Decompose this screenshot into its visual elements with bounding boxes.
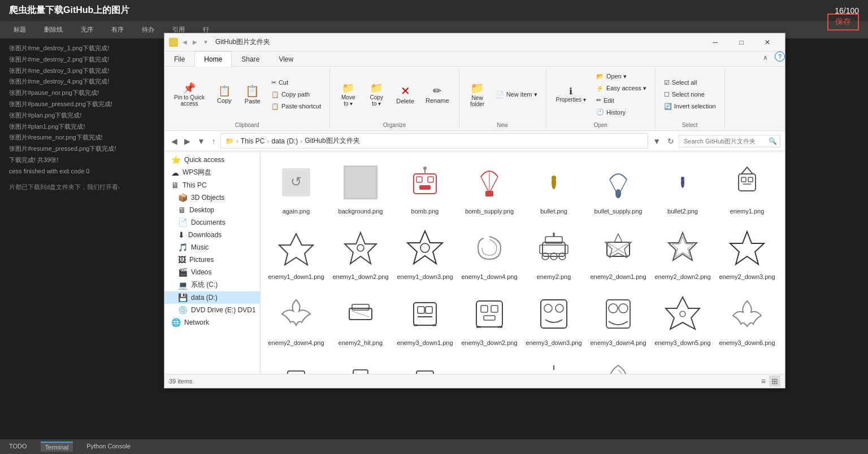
file-item-enemy1-down1[interactable]: enemy1_down1.png <box>265 221 327 285</box>
copy-to-button[interactable]: 📁 Copyto ▾ <box>363 77 390 111</box>
toolbar-heading[interactable]: 标题 <box>9 23 31 36</box>
copy-button[interactable]: 📋 Copy <box>211 77 238 111</box>
file-item-enemy2[interactable]: enemy2.png <box>523 221 585 285</box>
sidebar-item-desktop[interactable]: 🖥 Desktop <box>164 204 260 216</box>
edit-button[interactable]: ✏ Edit <box>592 95 650 106</box>
sidebar-item-dvd[interactable]: 💿 DVD Drive (E:) DVD1 <box>164 304 260 316</box>
list-view-button[interactable]: ≡ <box>759 376 768 387</box>
file-item-bullet2[interactable]: bullet2.png <box>652 156 714 219</box>
select-none-button[interactable]: ☐ Select none <box>660 89 720 100</box>
file-item-again[interactable]: ↺ again.png <box>265 156 327 219</box>
dropdown-button[interactable]: ▼ <box>650 136 663 147</box>
move-to-button[interactable]: 📁 Moveto ▾ <box>335 77 362 111</box>
bg-todo-python[interactable]: Python Console <box>82 442 135 452</box>
file-item-bomb-supply[interactable]: bomb_supply.png <box>458 156 520 219</box>
file-item-partial3[interactable]: me_destroy2.png <box>394 353 456 374</box>
file-item-enemy1-down3[interactable]: enemy1_down3.png <box>394 221 456 285</box>
file-item-enemy1[interactable]: enemy1.png <box>716 156 778 219</box>
easy-access-button[interactable]: ⚡ Easy access ▾ <box>592 83 650 94</box>
maximize-button[interactable]: □ <box>728 33 754 51</box>
sidebar-item-network[interactable]: 🌐 Network <box>164 316 260 329</box>
file-item-partial4[interactable]: me_destroy3.png <box>458 353 520 374</box>
file-item-partial5[interactable]: me_destroy4.png <box>523 353 585 374</box>
refresh-button[interactable]: ↻ <box>665 136 676 147</box>
file-item-enemy3-down4[interactable]: enemy3_down4.png <box>587 287 649 351</box>
select-all-button[interactable]: ☑ Select all <box>660 77 720 88</box>
file-item-enemy3-down2[interactable]: enemy3_down2.png <box>458 287 520 351</box>
sidebar-item-documents[interactable]: 📄 Documents <box>164 216 260 229</box>
file-item-enemy2-down2[interactable]: enemy2_down2.png <box>652 221 714 285</box>
open-button[interactable]: 📂 Open ▾ <box>592 71 650 82</box>
file-item-bomb[interactable]: bomb.png <box>394 156 456 219</box>
history-button[interactable]: 🕐 History <box>592 107 650 117</box>
address-path[interactable]: 📁 › This PC › data (D:) › GitHub图片文件夹 <box>220 133 648 149</box>
sidebar-item-wps[interactable]: ☁ WPS网盘 <box>164 166 260 179</box>
invert-selection-button[interactable]: 🔄 Invert selection <box>660 101 720 112</box>
sidebar-item-pictures[interactable]: 🖼 Pictures <box>164 254 260 266</box>
file-item-background[interactable]: background.png <box>329 156 392 219</box>
bg-todo-todo[interactable]: TODO <box>5 442 32 452</box>
delete-button[interactable]: ✕ Delete <box>391 77 419 111</box>
toolbar-strikethrough[interactable]: 删除线 <box>40 23 67 36</box>
new-item-button[interactable]: 📄 New item ▾ <box>492 89 541 100</box>
sidebar-item-music[interactable]: 🎵 Music <box>164 241 260 254</box>
sidebar-item-datad[interactable]: 💾 data (D:) <box>164 291 260 304</box>
path-thispc[interactable]: This PC <box>241 137 265 145</box>
new-folder-button[interactable]: 📁 Newfolder <box>464 77 491 111</box>
sidebar-item-videos[interactable]: 🎬 Videos <box>164 266 260 278</box>
sidebar-item-systemc[interactable]: 💻 系统 (C:) <box>164 278 260 291</box>
tab-share[interactable]: Share <box>232 51 269 67</box>
cut-button[interactable]: ✂ Cut <box>267 77 325 88</box>
tab-file[interactable]: File <box>164 51 194 67</box>
file-item-enemy2-down3[interactable]: enemy2_down3.png <box>716 221 778 285</box>
file-item-enemy3-down5[interactable]: enemy3_down5.png <box>652 287 714 351</box>
file-thumb-background <box>338 160 383 205</box>
file-item-enemy2-down1[interactable]: enemy2_down1.png <box>587 221 649 285</box>
help-button[interactable]: ? <box>775 51 785 62</box>
tab-view[interactable]: View <box>269 51 303 67</box>
file-item-enemy2-down4[interactable]: enemy2_down4.png <box>265 287 327 351</box>
minimize-button[interactable]: ─ <box>702 33 728 51</box>
ribbon-collapse-button[interactable]: ∧ <box>758 51 772 66</box>
svg-rect-57 <box>484 316 495 320</box>
search-input[interactable] <box>679 135 780 147</box>
copy-to-label: Copyto ▾ <box>370 94 383 107</box>
file-item-enemy3-down1[interactable]: enemy3_down1.png <box>394 287 456 351</box>
close-button[interactable]: ✕ <box>754 33 780 51</box>
pin-to-quick-button[interactable]: 📌 Pin to Quickaccess <box>169 77 210 111</box>
paste-shortcut-button[interactable]: 📋 Paste shortcut <box>267 101 325 112</box>
recent-button[interactable]: ▼ <box>195 136 207 147</box>
rename-button[interactable]: ✏ Rename <box>420 77 454 111</box>
file-item-partial1[interactable]: me_destroy.png <box>265 353 327 374</box>
toolbar-ordered[interactable]: 有序 <box>107 23 128 36</box>
path-folder[interactable]: GitHub图片文件夹 <box>305 136 359 146</box>
file-item-enemy1-down4[interactable]: enemy1_down4.png <box>458 221 520 285</box>
sidebar-item-thispc[interactable]: 🖥 This PC <box>164 179 260 191</box>
file-item-bullet[interactable]: bullet.png <box>523 156 585 219</box>
file-item-enemy1-down2[interactable]: enemy1_down2.png <box>329 221 392 285</box>
file-item-bullet-supply[interactable]: bullet_supply.png <box>587 156 649 219</box>
up-button[interactable]: ↑ <box>210 136 218 147</box>
file-item-enemy3-down6[interactable]: enemy3_down6.png <box>716 287 778 351</box>
copy-path-button[interactable]: 📋 Copy path <box>267 89 325 100</box>
bg-save-button[interactable]: 保存 <box>827 14 859 30</box>
file-item-enemy3-down3[interactable]: enemy3_down3.png <box>523 287 585 351</box>
toolbar-todo[interactable]: 待办 <box>137 23 159 36</box>
paste-button[interactable]: 📋 Paste <box>239 77 266 111</box>
file-item-partial6[interactable]: me_destroy5.png <box>587 353 649 374</box>
grid-view-button[interactable]: ⊞ <box>769 376 780 387</box>
toolbar-unordered[interactable]: 无序 <box>76 23 98 36</box>
file-item-enemy2-hit[interactable]: enemy2_hit.png <box>329 287 392 351</box>
copy-label: Copy <box>217 97 232 104</box>
path-datad[interactable]: data (D:) <box>272 137 298 145</box>
sidebar-item-quickaccess[interactable]: ⭐ Quick access <box>164 154 260 166</box>
file-item-partial2[interactable]: me_destroy1.png <box>329 353 392 374</box>
properties-button[interactable]: ℹ Properties ▾ <box>551 77 591 111</box>
tab-home[interactable]: Home <box>194 51 232 67</box>
sidebar-item-3dobjects[interactable]: 📦 3D Objects <box>164 191 260 204</box>
clipboard-buttons: 📌 Pin to Quickaccess 📋 Copy 📋 Paste ✂ <box>169 69 325 120</box>
sidebar-item-downloads[interactable]: ⬇ Downloads <box>164 229 260 241</box>
bg-todo-terminal[interactable]: Terminal <box>41 442 73 452</box>
forward-button[interactable]: ▶ <box>182 136 193 147</box>
back-button[interactable]: ◀ <box>169 136 180 147</box>
